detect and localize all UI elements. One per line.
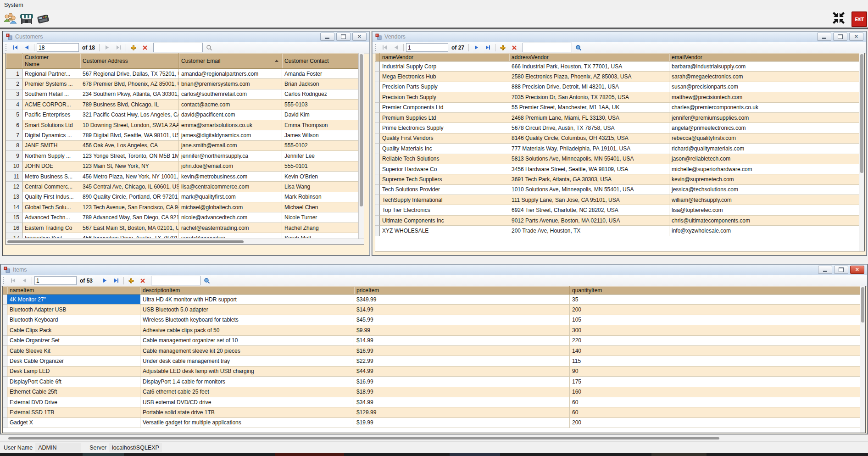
grid-cell[interactable]: 200 Trade Ave, Houston, TX <box>509 226 669 236</box>
grid-cell[interactable]: Lisa Wang <box>282 182 364 192</box>
grid-cell[interactable]: David Kim <box>282 110 364 120</box>
grid-cell[interactable]: Premium Supplies Ltd <box>380 113 509 123</box>
row-number-cell[interactable]: 6 <box>6 120 22 130</box>
grid-cell[interactable]: Cable Clips Pack <box>7 325 140 335</box>
grid-cell[interactable]: $19.99 <box>354 418 570 428</box>
grid-cell[interactable]: susan@precisionparts.com <box>669 82 864 92</box>
table-row[interactable]: 5Pacific Enterprises321 Pacific Coast Hw… <box>6 110 364 120</box>
row-header-cell[interactable] <box>375 154 380 164</box>
grid-cell[interactable]: Regional Partner... <box>22 69 80 79</box>
table-row[interactable]: 1Regional Partner...567 Regional Drive, … <box>6 69 364 79</box>
search-input[interactable] <box>153 43 203 52</box>
grid-cell[interactable]: 9012 Parts Avenue, Boston, MA 02110, USA <box>509 216 669 226</box>
table-row[interactable]: Prime Electronics Supply5678 Circuit Dri… <box>375 123 864 133</box>
table-row[interactable]: 13Quality First Indus...890 Quality Circ… <box>6 192 364 202</box>
grid-cell[interactable]: amanda@regionalpartners.com <box>179 69 282 79</box>
minimize-button[interactable] <box>817 33 831 41</box>
grid-cell[interactable]: $349.99 <box>354 295 570 305</box>
table-row[interactable]: Supreme Tech Suppliers3691 Tech Park, At… <box>375 174 864 184</box>
grid-cell[interactable]: 300 <box>570 325 865 335</box>
grid-cell[interactable]: 220 <box>570 336 865 346</box>
grid-cell[interactable]: Southern Retail ... <box>22 89 80 100</box>
move-first-button[interactable] <box>379 43 389 52</box>
grid-cell[interactable]: 4K Monitor 27" <box>7 295 140 305</box>
grid-cell[interactable]: 456 Metro Plaza, New York, NY 10001, ... <box>80 172 179 182</box>
row-number-cell[interactable]: 7 <box>6 130 22 140</box>
record-position-input[interactable] <box>406 43 448 52</box>
add-new-button[interactable] <box>498 43 508 52</box>
move-first-button[interactable] <box>8 276 18 285</box>
grid-cell[interactable]: richard@qualitymaterials.com <box>669 144 864 154</box>
row-header-cell[interactable] <box>375 123 380 133</box>
grid-cell[interactable]: jennifer@northernsupply.ca <box>179 151 282 161</box>
grid-cell[interactable]: 123 Main St, New York, NY <box>80 161 179 172</box>
grid-cell[interactable]: info@xyzwholesale.com <box>669 226 864 236</box>
grid-cell[interactable]: JANE SMITH <box>22 141 80 151</box>
grid-cell[interactable]: sarah@innovative... <box>179 233 282 238</box>
grid-cell[interactable]: $34.99 <box>354 397 570 407</box>
grid-cell[interactable]: Top Tier Electronics <box>380 205 509 215</box>
grid-cell[interactable]: $16.99 <box>354 377 570 387</box>
table-row[interactable]: Top Tier Electronics6924 Tier Street, Ch… <box>375 205 864 215</box>
grid-cell[interactable]: Emma Thompson <box>282 120 364 130</box>
grid-cell[interactable]: Digital Dynamics ... <box>22 130 80 140</box>
grid-cell[interactable]: 10 Downing Street, London, SW1A 2AA,... <box>80 120 179 130</box>
row-header-cell[interactable] <box>375 205 380 215</box>
grid-cell[interactable]: michael@globaltech.com <box>179 202 282 212</box>
grid-cell[interactable]: Metro Business S... <box>22 172 80 182</box>
grid-cell[interactable]: 789 Business Blvd, Chicago, IL <box>80 100 179 110</box>
grid-cell[interactable]: Innovative Syst... <box>22 233 80 238</box>
table-row[interactable]: TechSupply International111 Supply Lane,… <box>375 195 864 205</box>
column-header-priceitem[interactable]: priceItem <box>354 286 570 295</box>
row-header-cell[interactable] <box>375 195 380 205</box>
row-header-cell[interactable] <box>3 325 7 335</box>
column-header-customer-contact[interactable]: Customer Contact <box>282 53 364 69</box>
table-row[interactable]: Bluetooth Adapter USBUSB Bluetooth 5.0 a… <box>3 305 865 315</box>
grid-cell[interactable]: Desk Lamp LED <box>7 367 140 377</box>
grid-cell[interactable]: 90 <box>570 367 865 377</box>
grid-cell[interactable]: Wireless Bluetooth keyboard for tablets <box>140 315 354 325</box>
grid-cell[interactable]: 35 <box>570 295 865 305</box>
grid-cell[interactable]: 789 Advanced Way, San Diego, CA 921... <box>80 212 179 222</box>
grid-cell[interactable]: 5678 Circuit Drive, Austin, TX 78758, US… <box>509 123 669 133</box>
vendors-toolbar-button[interactable] <box>19 12 34 26</box>
grid-cell[interactable]: Tech Solutions Provider <box>380 185 509 195</box>
grid-cell[interactable]: lisa@toptierelec.com <box>669 205 864 215</box>
move-last-button[interactable] <box>483 43 493 52</box>
row-header-cell[interactable] <box>3 367 7 377</box>
table-row[interactable]: Reliable Tech Solutions5813 Solutions Av… <box>375 154 864 164</box>
grid-cell[interactable]: XYZ WHOLESALE <box>380 226 509 236</box>
table-row[interactable]: 11Metro Business S...456 Metro Plaza, Ne… <box>6 172 364 182</box>
move-next-button[interactable] <box>471 43 481 52</box>
grid-cell[interactable]: 234 Southern Pkwy, Atlanta, GA 30301, ..… <box>80 89 179 100</box>
items-titlebar[interactable]: Items ✕ <box>1 265 867 275</box>
grid-cell[interactable]: Eastern Trading Co <box>22 223 80 233</box>
grid-cell[interactable]: 60 <box>570 397 865 407</box>
row-header-cell[interactable] <box>3 315 7 325</box>
move-first-button[interactable] <box>10 43 20 52</box>
grid-cell[interactable]: angela@primeelectronics.com <box>669 123 864 133</box>
grid-cell[interactable]: DisplayPort Cable 6ft <box>7 377 140 387</box>
table-row[interactable]: DisplayPort Cable 6ftDisplayPort 1.4 cab… <box>3 377 865 387</box>
grid-cell[interactable]: 555-0101 <box>282 161 364 172</box>
grid-cell[interactable]: 777 Materials Way, Philadelphia, PA 1910… <box>509 144 669 154</box>
row-header-cell[interactable] <box>375 103 380 113</box>
record-position-input[interactable] <box>34 276 77 285</box>
row-header-cell[interactable] <box>3 346 7 356</box>
grid-cell[interactable]: 123 Tech Avenue, San Francisco, CA 94... <box>80 202 179 212</box>
grid-cell[interactable]: Premier Systems ... <box>22 79 80 89</box>
vertical-scrollbar[interactable] <box>358 53 364 239</box>
table-row[interactable]: 6Smart Solutions Ltd10 Downing Street, L… <box>6 120 364 130</box>
grid-cell[interactable]: jane.smith@email.com <box>179 141 282 151</box>
grid-cell[interactable]: $44.99 <box>354 367 570 377</box>
row-number-cell[interactable]: 1 <box>6 69 22 79</box>
grid-cell[interactable]: Adjustable LED desk lamp with USB chargi… <box>140 367 354 377</box>
row-number-cell[interactable]: 3 <box>6 89 22 100</box>
move-last-button[interactable] <box>111 276 121 285</box>
table-row[interactable]: Premier Components Ltd55 Premier Street,… <box>375 103 864 113</box>
table-row[interactable]: Cable Sleeve KitCable management sleeve … <box>3 346 865 356</box>
move-previous-button[interactable] <box>391 43 401 52</box>
grid-cell[interactable]: james@digitaldynamics.com <box>179 130 282 140</box>
grid-cell[interactable]: 160 <box>570 387 865 397</box>
grid-cell[interactable]: Under desk cable management tray <box>140 356 354 366</box>
